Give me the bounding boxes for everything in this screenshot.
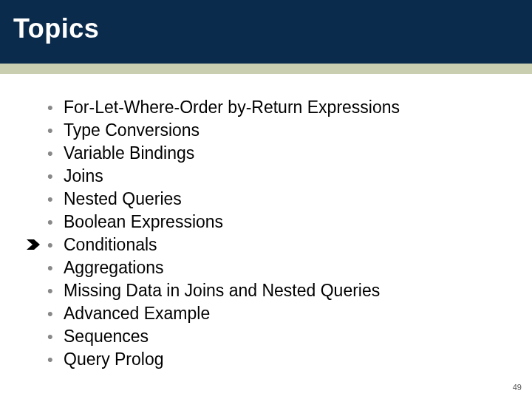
bullet-icon: • (47, 257, 64, 279)
bullet-icon: • (47, 211, 64, 233)
accent-band (0, 64, 532, 74)
list-item: •Missing Data in Joins and Nested Querie… (47, 279, 491, 302)
list-item-label: Type Conversions (64, 119, 200, 141)
page-number: 49 (513, 383, 522, 392)
list-item: •Aggregations (47, 256, 491, 279)
list-item: •Query Prolog (47, 348, 491, 371)
bullet-icon: • (47, 280, 64, 302)
list-item-label: Conditionals (64, 233, 157, 256)
list-item-label: Query Prolog (64, 348, 164, 370)
current-topic-marker-icon (27, 236, 40, 250)
bullet-icon: • (47, 188, 64, 211)
list-item-label: Aggregations (64, 256, 164, 279)
bullet-icon: • (47, 166, 64, 188)
list-item: •Joins (47, 165, 491, 188)
list-item-label: Missing Data in Joins and Nested Queries (64, 279, 380, 301)
topics-list: •For-Let-Where-Order by-Return Expressio… (47, 96, 491, 371)
list-item: •Sequences (47, 325, 491, 348)
list-item: •Advanced Example (47, 302, 491, 325)
slide: Topics •For-Let-Where-Order by-Return Ex… (0, 0, 532, 399)
svg-marker-0 (27, 239, 40, 250)
bullet-icon: • (47, 349, 64, 371)
list-item: •Variable Bindings (47, 142, 491, 165)
list-item-label: Sequences (64, 325, 149, 347)
list-item-label: Variable Bindings (64, 142, 194, 164)
list-item-label: Joins (64, 165, 103, 187)
slide-title: Topics (13, 13, 99, 44)
bullet-icon: • (47, 303, 64, 325)
list-item-label: Nested Queries (64, 188, 182, 210)
list-item: •Nested Queries (47, 188, 491, 211)
bullet-icon: • (47, 326, 64, 348)
list-item: •For-Let-Where-Order by-Return Expressio… (47, 96, 491, 119)
bullet-icon: • (47, 97, 64, 119)
list-item: •Type Conversions (47, 119, 491, 142)
list-item-label: For-Let-Where-Order by-Return Expression… (64, 96, 400, 118)
list-item: •Conditionals (47, 233, 491, 256)
bullet-icon: • (47, 143, 64, 165)
list-item-label: Boolean Expressions (64, 211, 223, 233)
list-item-label: Advanced Example (64, 302, 210, 324)
list-item: •Boolean Expressions (47, 211, 491, 233)
bullet-icon: • (47, 234, 64, 256)
bullet-icon: • (47, 120, 64, 142)
